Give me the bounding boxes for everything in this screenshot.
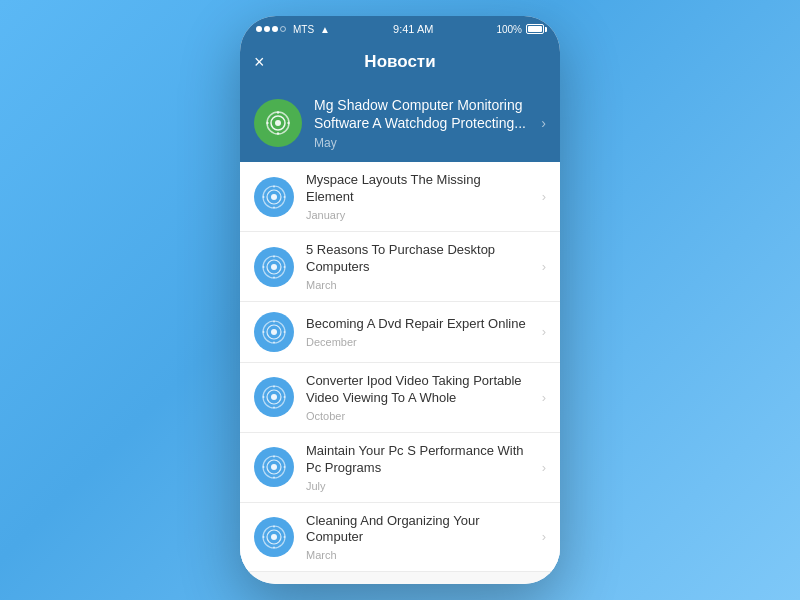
svg-point-23 (271, 329, 277, 335)
item-content-5: Cleaning And Organizing Your Computer Ma… (306, 513, 530, 562)
item-title-1: 5 Reasons To Purchase Desktop Computers (306, 242, 530, 276)
list-item[interactable]: 5 Reasons To Purchase Desktop Computers … (240, 232, 560, 302)
svg-point-9 (271, 194, 277, 200)
item-title-2: Becoming A Dvd Repair Expert Online (306, 316, 530, 333)
item-chevron-icon-1: › (542, 259, 546, 274)
featured-content: Mg Shadow Computer Monitoring Software A… (314, 96, 529, 150)
svg-point-34 (284, 396, 286, 398)
svg-point-10 (273, 185, 275, 187)
list-container: Myspace Layouts The Missing Element Janu… (240, 162, 560, 584)
svg-point-45 (273, 525, 275, 527)
phone-frame: MTS ▲ 9:41 AM 100% × Новости (240, 16, 560, 584)
item-date-2: December (306, 336, 530, 348)
svg-point-33 (263, 396, 265, 398)
item-avatar-0 (254, 177, 294, 217)
item-title-4: Maintain Your Pc S Performance With Pc P… (306, 443, 530, 477)
nav-bar: × Новости (240, 40, 560, 84)
svg-point-19 (263, 266, 265, 268)
item-icon-0 (261, 184, 287, 210)
signal-dot-2 (264, 26, 270, 32)
item-chevron-icon-3: › (542, 390, 546, 405)
featured-item[interactable]: Mg Shadow Computer Monitoring Software A… (240, 84, 560, 162)
item-chevron-icon-4: › (542, 460, 546, 475)
svg-point-39 (273, 477, 275, 479)
svg-point-26 (263, 331, 265, 333)
page-title: Новости (364, 52, 435, 72)
item-icon-4 (261, 454, 287, 480)
svg-point-37 (271, 464, 277, 470)
list-item[interactable]: Converter Ipod Video Taking Portable Vid… (240, 363, 560, 433)
item-content-0: Myspace Layouts The Missing Element Janu… (306, 172, 530, 221)
svg-point-13 (284, 196, 286, 198)
item-icon-3 (261, 384, 287, 410)
svg-point-30 (271, 394, 277, 400)
item-avatar-4 (254, 447, 294, 487)
signal-dots (256, 26, 286, 32)
status-bar: MTS ▲ 9:41 AM 100% (240, 16, 560, 40)
item-icon-5 (261, 524, 287, 550)
item-title-5: Cleaning And Organizing Your Computer (306, 513, 530, 547)
item-date-3: October (306, 410, 530, 422)
item-date-1: March (306, 279, 530, 291)
signal-dot-4 (280, 26, 286, 32)
list-item[interactable]: Cleaning And Organizing Your Computer Ma… (240, 503, 560, 573)
battery-fill (528, 26, 542, 32)
featured-avatar (254, 99, 302, 147)
list-item[interactable]: Myspace Layouts The Missing Element Janu… (240, 162, 560, 232)
item-avatar-3 (254, 377, 294, 417)
item-content-2: Becoming A Dvd Repair Expert Online Dece… (306, 316, 530, 348)
svg-point-24 (273, 320, 275, 322)
carrier-label: MTS (293, 24, 314, 35)
svg-point-27 (284, 331, 286, 333)
close-button[interactable]: × (254, 53, 265, 71)
svg-point-2 (275, 120, 281, 126)
svg-point-38 (273, 456, 275, 458)
svg-point-46 (273, 546, 275, 548)
featured-chevron-icon: › (541, 115, 546, 131)
featured-title: Mg Shadow Computer Monitoring Software A… (314, 96, 529, 132)
item-date-0: January (306, 209, 530, 221)
svg-point-18 (273, 276, 275, 278)
item-chevron-icon-0: › (542, 189, 546, 204)
item-content-1: 5 Reasons To Purchase Desktop Computers … (306, 242, 530, 291)
battery-icon (526, 24, 544, 34)
svg-point-12 (263, 196, 265, 198)
signal-dot-3 (272, 26, 278, 32)
svg-point-11 (273, 206, 275, 208)
signal-dot-1 (256, 26, 262, 32)
item-avatar-5 (254, 517, 294, 557)
svg-point-3 (277, 111, 279, 113)
item-date-4: July (306, 480, 530, 492)
svg-point-44 (271, 534, 277, 540)
status-right: 100% (496, 24, 544, 35)
status-left: MTS ▲ (256, 24, 330, 35)
list-item[interactable]: Maintain Your Pc S Performance With Pc P… (240, 433, 560, 503)
list-item[interactable]: Becoming A Dvd Repair Expert Online Dece… (240, 302, 560, 363)
item-date-5: March (306, 549, 530, 561)
svg-point-47 (263, 536, 265, 538)
battery-label: 100% (496, 24, 522, 35)
featured-icon (265, 110, 291, 136)
svg-point-4 (277, 132, 279, 134)
svg-point-6 (287, 122, 289, 124)
item-content-3: Converter Ipod Video Taking Portable Vid… (306, 373, 530, 422)
item-title-3: Converter Ipod Video Taking Portable Vid… (306, 373, 530, 407)
svg-point-31 (273, 386, 275, 388)
svg-point-48 (284, 536, 286, 538)
svg-point-41 (284, 466, 286, 468)
item-avatar-2 (254, 312, 294, 352)
svg-point-25 (273, 341, 275, 343)
featured-date: May (314, 136, 529, 150)
item-title-0: Myspace Layouts The Missing Element (306, 172, 530, 206)
item-icon-2 (261, 319, 287, 345)
svg-point-16 (271, 264, 277, 270)
svg-point-32 (273, 407, 275, 409)
item-chevron-icon-5: › (542, 529, 546, 544)
item-content-4: Maintain Your Pc S Performance With Pc P… (306, 443, 530, 492)
item-avatar-1 (254, 247, 294, 287)
svg-point-5 (266, 122, 268, 124)
item-icon-1 (261, 254, 287, 280)
item-chevron-icon-2: › (542, 324, 546, 339)
svg-point-40 (263, 466, 265, 468)
svg-point-17 (273, 255, 275, 257)
